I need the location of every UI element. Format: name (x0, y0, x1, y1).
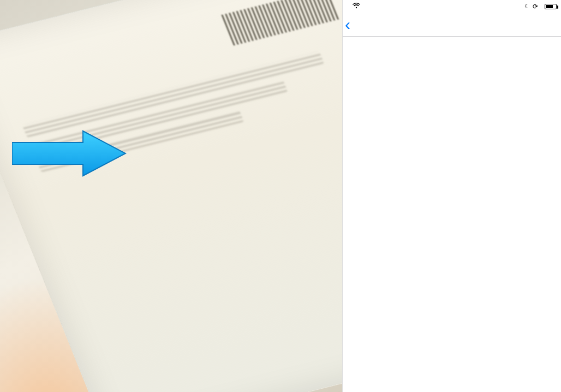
battery-icon (544, 4, 557, 9)
status-bar: ☾ ⟳ (343, 0, 561, 13)
wifi-icon (353, 3, 360, 10)
rotation-lock-icon: ⟳ (533, 3, 538, 10)
box-photo (0, 0, 342, 392)
do-not-disturb-icon: ☾ (524, 3, 530, 10)
box-label-panel (0, 0, 342, 392)
chevron-left-icon: ‹ (345, 16, 350, 33)
nav-bar: ‹ (343, 13, 561, 37)
back-button[interactable]: ‹ (343, 16, 353, 33)
settings-list[interactable] (343, 37, 561, 392)
ios-settings-about: ☾ ⟳ ‹ (342, 0, 561, 392)
